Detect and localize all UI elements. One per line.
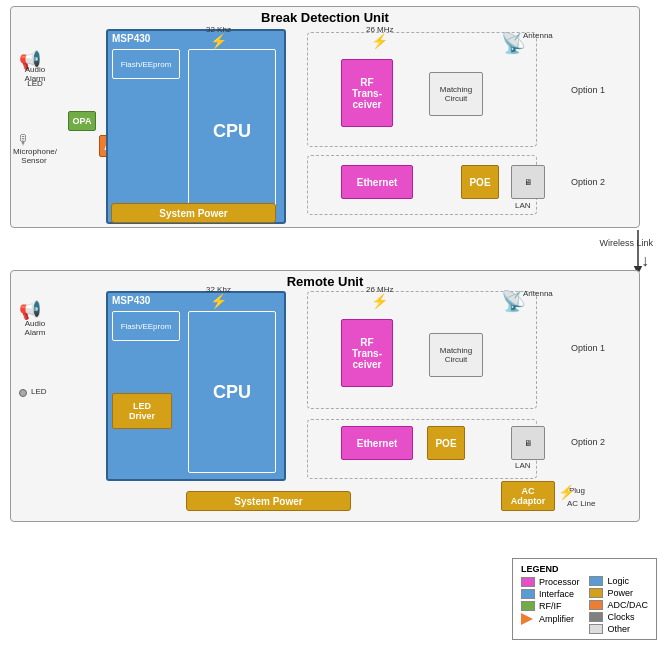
antenna-label-ru: Antenna <box>523 289 553 298</box>
option2-label-ru: Option 2 <box>571 437 605 447</box>
msp430-label-bdu: MSP430 <box>108 31 284 46</box>
legend-item-interface: Interface <box>521 589 580 599</box>
rf-block-ru: RFTrans­ceiver <box>341 319 393 387</box>
legend-left-col: LEGEND Processor Interface RF/IF Amplifi… <box>521 564 580 634</box>
bdu-title: Break Detection Unit <box>11 7 639 28</box>
audio-alarm-speaker-icon-ru: 📢 <box>19 299 41 321</box>
plug-icon: ⚡ <box>558 484 575 500</box>
poe-block-bdu: POE <box>461 165 499 199</box>
ac-line-label: AC Line <box>567 499 595 508</box>
eth-block-bdu: Ethernet <box>341 165 413 199</box>
legend-box: LEGEND Processor Interface RF/IF Amplifi… <box>512 558 657 640</box>
mic-label: Microphone/ Sensor <box>13 147 55 165</box>
legend-item-logic: Logic <box>589 576 648 586</box>
legend-item-adcdac: ADC/DAC <box>589 600 648 610</box>
legend-swatch-clocks <box>589 612 603 622</box>
legend-swatch-processor <box>521 577 535 587</box>
lan-label-bdu: LAN <box>515 201 531 210</box>
wireless-link-arrow: ↓ <box>641 252 649 270</box>
msp430-container-ru: MSP430 Flash/EEprom LEDDriver CPU <box>106 291 286 481</box>
flash-block-bdu: Flash/EEprom <box>112 49 180 79</box>
crystal-32k-bdu: 32 Khz ⚡ <box>206 25 231 48</box>
legend-swatch-interface <box>521 589 535 599</box>
flash-block-ru: Flash/EEprom <box>112 311 180 341</box>
legend-right-col: Logic Power ADC/DAC Clocks Other <box>589 564 648 634</box>
legend-item-other: Other <box>589 624 648 634</box>
legend-swatch-rfif <box>521 601 535 611</box>
led-label-bdu: LED <box>17 79 53 88</box>
opa-block-bdu: OPA <box>68 111 96 131</box>
legend-label-power: Power <box>607 588 633 598</box>
legend-label-logic: Logic <box>607 576 629 586</box>
legend-swatch-amplifier <box>521 613 533 625</box>
lan-block-ru: 🖥 <box>511 426 545 460</box>
wireless-link-label: Wireless Link <box>599 238 653 248</box>
led-label-ru: LED <box>31 387 47 396</box>
legend-label-clocks: Clocks <box>607 612 634 622</box>
legend-swatch-adcdac <box>589 600 603 610</box>
legend-label-interface: Interface <box>539 589 574 599</box>
legend-item-processor: Processor <box>521 577 580 587</box>
legend-label-other: Other <box>607 624 630 634</box>
msp430-label-ru: MSP430 <box>108 293 284 308</box>
poe-block-ru: POE <box>427 426 465 460</box>
cpu-block-ru: CPU <box>188 311 276 473</box>
eth-block-ru: Ethernet <box>341 426 413 460</box>
option2-label-bdu: Option 2 <box>571 177 605 187</box>
crystal-26m-ru: 26 MHz ⚡ <box>366 285 394 308</box>
legend-spacer <box>589 564 648 576</box>
option1-label-bdu: Option 1 <box>571 85 605 95</box>
ru-container: Remote Unit 📢 Audio Alarm LED MSP430 Fla… <box>10 270 640 522</box>
crystal-32k-ru: 32 Khz ⚡ <box>206 285 231 308</box>
legend-item-clocks: Clocks <box>589 612 648 622</box>
rf-block-bdu: RFTrans­ceiver <box>341 59 393 127</box>
legend-swatch-logic <box>589 576 603 586</box>
legend-title: LEGEND <box>521 564 580 574</box>
legend-label-amplifier: Amplifier <box>539 614 574 624</box>
legend-swatch-other <box>589 624 603 634</box>
legend-swatch-power <box>589 588 603 598</box>
legend-item-rfif: RF/IF <box>521 601 580 611</box>
leddriver-block-ru: LEDDriver <box>112 393 172 429</box>
cpu-block-bdu: CPU <box>188 49 276 214</box>
syspower-block-ru: System Power <box>186 491 351 511</box>
msp430-container-bdu: MSP430 Flash/EEprom CPU <box>106 29 286 224</box>
legend-item-amplifier: Amplifier <box>521 613 580 625</box>
legend-label-processor: Processor <box>539 577 580 587</box>
main-container: SPI GDOn SPI GDOn <box>0 0 667 646</box>
microphone-icon: 🎙 <box>17 132 31 148</box>
legend-item-power: Power <box>589 588 648 598</box>
led-icon-ru <box>19 389 27 397</box>
legend-label-rfif: RF/IF <box>539 601 562 611</box>
crystal-26m-bdu: 26 MHz ⚡ <box>366 25 394 48</box>
syspower-block-bdu: System Power <box>111 203 276 223</box>
bdu-container: Break Detection Unit 📢 Audio Alarm LED O… <box>10 6 640 228</box>
lan-label-ru: LAN <box>515 461 531 470</box>
audio-alarm-label-ru: Audio Alarm <box>17 319 53 337</box>
match-block-ru: MatchingCircuit <box>429 333 483 377</box>
ac-adaptor-block: ACAdaptor <box>501 481 555 511</box>
option1-label-ru: Option 1 <box>571 343 605 353</box>
antenna-label-bdu: Antenna <box>523 31 553 40</box>
match-block-bdu: MatchingCircuit <box>429 72 483 116</box>
lan-block-bdu: 🖥 <box>511 165 545 199</box>
legend-label-adcdac: ADC/DAC <box>607 600 648 610</box>
